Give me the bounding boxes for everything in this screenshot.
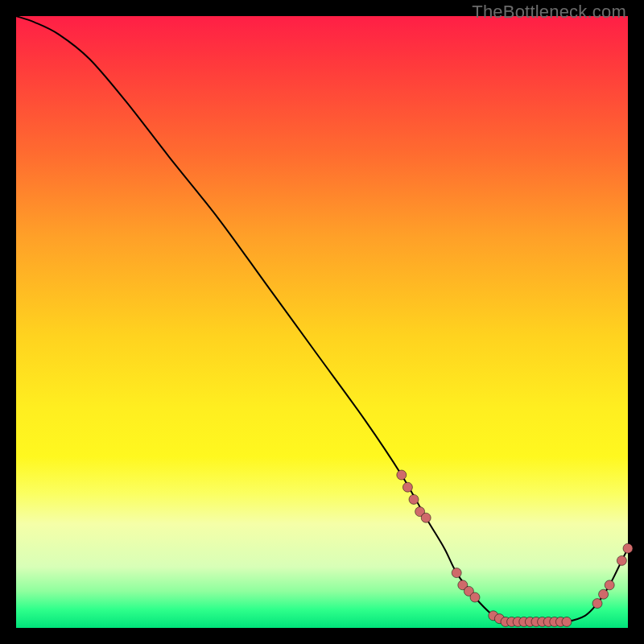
bottleneck-curve (16, 16, 628, 622)
data-marker (592, 599, 602, 609)
data-marker (409, 494, 419, 504)
data-marker (470, 592, 480, 602)
plot-area (16, 16, 628, 628)
data-marker (421, 513, 431, 522)
watermark-text: TheBottleneck.com (472, 2, 626, 23)
chart-svg (16, 16, 628, 628)
data-marker (605, 580, 614, 590)
data-markers (397, 470, 633, 626)
data-marker (452, 568, 461, 578)
data-marker (599, 589, 609, 599)
data-marker (397, 470, 407, 480)
data-marker (562, 617, 572, 626)
data-marker (617, 555, 626, 565)
data-marker (623, 543, 633, 553)
chart-stage: TheBottleneck.com (0, 0, 644, 644)
data-marker (402, 482, 412, 492)
